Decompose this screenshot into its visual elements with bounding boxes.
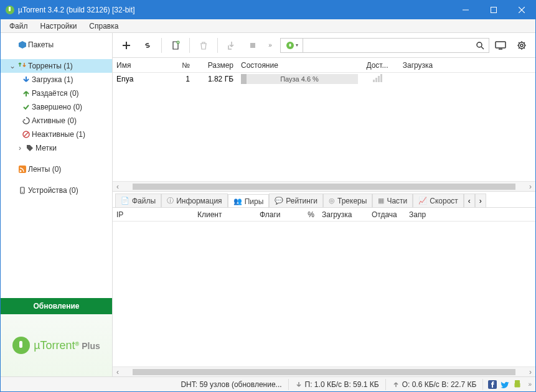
col-num[interactable]: № [175,61,194,70]
progress-text: Пауза 4.6 % [280,75,319,83]
tab-scroll-left[interactable]: ‹ [464,194,475,207]
sidebar-item-inactive[interactable]: Неактивные (1) [1,128,112,141]
svg-point-8 [20,170,22,172]
social-links: » [483,380,532,389]
twitter-icon[interactable] [501,380,509,389]
remove-button[interactable] [194,37,214,54]
scroll-left-icon: ‹ [113,182,123,191]
col-ip[interactable]: IP [113,210,194,219]
details-scrollbar[interactable]: ‹ › [113,366,535,376]
utorrent-logo-icon [12,337,30,354]
col-percent[interactable]: % [293,210,318,219]
update-button[interactable]: Обновление [1,298,112,314]
tab-ratings[interactable]: 💬Рейтинги [269,194,323,207]
inactive-icon [21,131,32,138]
col-state[interactable]: Состояние [237,61,362,70]
add-torrent-button[interactable] [116,37,136,54]
sidebar-devices[interactable]: Устройства (0) [1,184,112,197]
close-button[interactable] [507,1,535,19]
status-download[interactable]: П: 1.0 КБ/с В: 59.1 КБ [289,379,386,390]
cell-name: Enya [113,75,175,83]
sidebar-feeds[interactable]: Ленты (0) [1,162,112,176]
tab-pieces[interactable]: ▦Части [372,194,413,207]
horizontal-scrollbar[interactable]: ‹ › [113,181,535,191]
torrent-list: Имя № Размер Состояние Дост... Загрузка … [113,58,535,192]
search-input[interactable] [303,39,471,52]
menu-file[interactable]: Файл [4,21,33,32]
peers-icon: 👥 [233,197,242,205]
plus-icon [121,40,131,50]
scroll-thumb[interactable] [133,184,515,190]
status-bar: DHT: 59 узлов (обновление... П: 1.0 КБ/с… [1,376,535,391]
title-bar: µTorrent 3.4.2 (build 32126) [32-bit] [1,1,535,19]
main-area: Пакеты ⌄ Торренты (1) Загрузка (1) Ра [1,33,535,376]
plus-promo[interactable]: µTorrent®Plus [1,314,112,376]
svg-rect-1 [491,7,496,13]
sidebar-item-label: Пакеты [28,40,54,49]
col-upload[interactable]: Отдача [368,210,405,219]
search-button[interactable] [471,39,489,52]
sidebar-item-seeding[interactable]: Раздаётся (0) [1,86,112,100]
expand-status-icon[interactable]: » [528,381,532,388]
sidebar-item-active[interactable]: Активные (0) [1,114,112,128]
torrent-list-header: Имя № Размер Состояние Дост... Загрузка [113,58,535,73]
android-icon[interactable] [513,380,522,389]
sidebar-item-label: Завершено (0) [32,103,82,111]
dropdown-arrow-icon: ▾ [296,42,298,48]
sidebar-torrents[interactable]: ⌄ Торренты (1) [1,59,112,73]
down-arrow-icon [295,381,303,388]
tab-peers[interactable]: 👥Пиры [228,194,270,208]
svg-rect-17 [496,42,505,48]
search-engine-button[interactable]: ▾ [281,39,303,52]
svg-marker-4 [19,41,26,49]
scroll-thumb[interactable] [133,369,515,375]
create-torrent-button[interactable] [166,37,186,54]
torrent-row[interactable]: Enya 1 1.82 ГБ Пауза 4.6 % [113,73,535,85]
menu-bar: Файл Настройки Справка [1,19,535,33]
col-download[interactable]: Загрузка [318,210,368,219]
sidebar-packages[interactable]: Пакеты [1,38,112,52]
window-title: µTorrent 3.4.2 (build 32126) [32-bit] [18,6,135,14]
minimize-button[interactable] [451,1,479,19]
right-pane: » ▾ [113,33,535,376]
tab-trackers[interactable]: ◎Трекеры [323,194,372,207]
col-download[interactable]: Загрузка [393,61,443,70]
start-button[interactable] [222,37,242,54]
sidebar-labels[interactable]: › Метки [1,141,112,155]
col-req[interactable]: Запр [405,210,430,219]
facebook-icon[interactable] [488,380,497,389]
status-dht[interactable]: DHT: 59 узлов (обновление... [174,379,288,390]
col-client[interactable]: Клиент [194,210,256,219]
more-button[interactable]: » [264,37,276,54]
svg-point-10 [22,192,23,193]
chevron-down-icon: ⌄ [8,62,17,70]
sidebar-item-downloading[interactable]: Загрузка (1) [1,73,112,86]
tab-speed[interactable]: 📈Скорост [413,194,464,207]
tab-info[interactable]: ⓘИнформация [161,194,227,207]
status-upload[interactable]: О: 0.6 КБ/с В: 22.7 КБ [386,379,484,390]
scroll-right-icon: › [525,182,535,191]
maximize-button[interactable] [479,1,507,19]
scroll-right-icon: › [525,368,535,376]
svg-point-15 [477,42,482,47]
remote-button[interactable] [491,37,510,54]
col-avail[interactable]: Дост... [362,61,393,70]
sidebar-item-completed[interactable]: Завершено (0) [1,100,112,114]
col-flags[interactable]: Флаги [256,210,293,219]
tab-scroll-right[interactable]: › [475,194,486,207]
menu-settings[interactable]: Настройки [35,21,82,32]
minimize-icon [463,7,469,13]
preferences-button[interactable] [512,37,532,54]
col-name[interactable]: Имя [113,61,175,70]
col-size[interactable]: Размер [194,61,237,70]
stop-button[interactable] [243,37,263,54]
peers-body [113,222,535,366]
svg-line-16 [481,47,484,49]
tab-files[interactable]: 📄Файлы [115,194,161,207]
info-icon: ⓘ [167,196,174,205]
sidebar-tree: Пакеты ⌄ Торренты (1) Загрузка (1) Ра [1,33,112,298]
add-url-button[interactable] [138,37,158,54]
cell-avail [362,74,393,84]
menu-help[interactable]: Справка [84,21,123,32]
svg-point-20 [520,44,523,47]
